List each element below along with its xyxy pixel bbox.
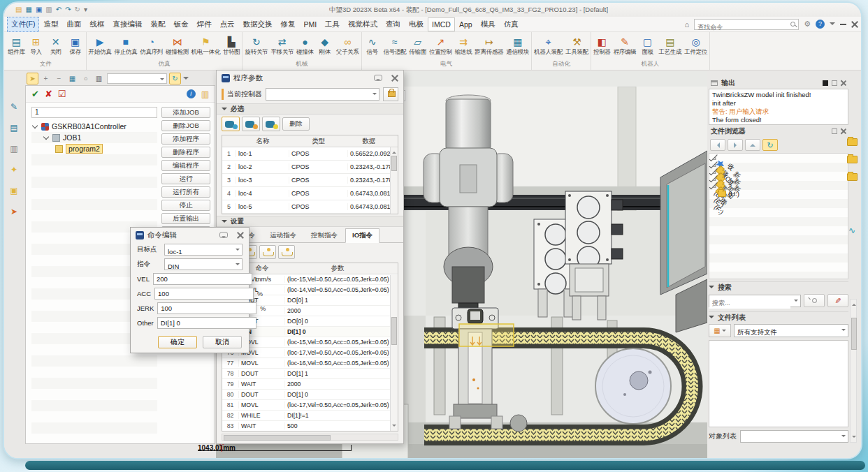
filelist-section-header[interactable]: 文件列表 bbox=[709, 311, 848, 323]
ribbon-button[interactable]: ▢面板 bbox=[637, 36, 657, 57]
document-tool-icon[interactable]: ➤ bbox=[27, 73, 38, 84]
document-tool-icon[interactable]: − bbox=[53, 73, 65, 84]
ribbon-button[interactable]: ▙甘特图 bbox=[222, 36, 242, 57]
dock-tool-icon[interactable]: ▥ bbox=[10, 144, 17, 154]
command-row[interactable]: 80 DOUT DO[1] 0 bbox=[222, 390, 398, 400]
tree-node-job[interactable]: JOB1 bbox=[31, 132, 157, 143]
command-row[interactable]: 82 WHILE DI[1]!=1 bbox=[222, 411, 398, 421]
quick-access-icon[interactable]: ▥ bbox=[45, 6, 52, 14]
menu-tab[interactable]: 线框 bbox=[85, 17, 108, 32]
quick-access-icon[interactable]: ↻ bbox=[75, 6, 80, 14]
menu-tab[interactable]: 电极 bbox=[405, 17, 428, 32]
close-icon[interactable] bbox=[391, 75, 398, 82]
program-action-button[interactable]: 运行所有 bbox=[161, 186, 210, 198]
required-section-header[interactable]: 必选 bbox=[217, 103, 403, 115]
document-tool-icon[interactable]: ▦ bbox=[66, 73, 78, 84]
dock-icon[interactable] bbox=[711, 80, 718, 86]
command-row[interactable]: 78 DOUT DO[1] 1 bbox=[222, 369, 398, 379]
point-row[interactable]: 5 loc-5 CPOS 0.64743,0.081903,1.2325,180… bbox=[222, 200, 398, 214]
ribbon-button[interactable]: ◧控制器 bbox=[592, 36, 612, 57]
ribbon-button[interactable]: ▶开始仿真 bbox=[87, 36, 113, 57]
ribbon-button[interactable]: ↦距离传感器 bbox=[473, 36, 505, 57]
ribbon-button[interactable]: ▣保存 bbox=[66, 36, 85, 57]
ribbon-button[interactable]: ▱传输面 bbox=[407, 36, 428, 57]
menu-tab[interactable]: 文件(F) bbox=[7, 17, 39, 32]
cancel-icon[interactable]: ✘ bbox=[45, 89, 52, 99]
target-point-select[interactable]: loc-1 bbox=[164, 244, 243, 256]
delete-point-button[interactable]: 删除 bbox=[282, 117, 310, 131]
up-button[interactable] bbox=[745, 139, 760, 151]
ribbon-button[interactable]: ∿信号 bbox=[363, 36, 382, 57]
tree-node-controller[interactable]: GSKRB03A1Controller bbox=[31, 121, 157, 132]
menu-tab[interactable]: App bbox=[455, 17, 477, 31]
info-icon[interactable]: i bbox=[187, 89, 196, 98]
ribbon-button[interactable]: ⚑机电一体化 bbox=[190, 36, 222, 57]
parts-folder-icon[interactable] bbox=[847, 156, 858, 163]
command-row[interactable]: 77 MOVL (loc-16,Vel=0.50,Acc=0.05,Jerk=0… bbox=[222, 358, 398, 369]
apply-checkbox-icon[interactable]: ☑ bbox=[58, 89, 66, 99]
ribbon-button[interactable]: ◎工件定位 bbox=[683, 36, 709, 57]
command-row[interactable]: 81 MOVL (loc-17,Vel=0.50,Acc=0.05,Jerk=0… bbox=[222, 400, 398, 411]
ribbon-button[interactable]: ↗位置控制 bbox=[428, 36, 454, 57]
drive-tree[interactable]: 收藏 (C:) 新加卷(D:) bbox=[709, 153, 848, 279]
params-panel-titlebar[interactable]: 程序参数 bbox=[217, 71, 403, 85]
help-icon[interactable]: ? bbox=[816, 20, 825, 29]
object-list-select[interactable] bbox=[740, 430, 848, 443]
chevron-down-icon[interactable] bbox=[830, 22, 835, 28]
menu-tab[interactable]: 钣金 bbox=[169, 17, 192, 32]
menu-tab[interactable]: 曲面 bbox=[62, 17, 85, 32]
menu-tab[interactable]: 视觉样式 bbox=[344, 17, 382, 32]
quick-access-icon[interactable]: ↷ bbox=[65, 6, 71, 14]
comment-icon[interactable] bbox=[219, 232, 228, 238]
ribbon-button[interactable]: ≈信号适配 bbox=[382, 36, 408, 57]
command-search[interactable] bbox=[694, 19, 799, 30]
ribbon-button[interactable]: ▤工艺生成 bbox=[657, 36, 683, 57]
view-mode-button[interactable]: ▦ bbox=[709, 324, 731, 337]
comment-icon[interactable] bbox=[374, 75, 382, 81]
search-input[interactable] bbox=[709, 297, 790, 309]
close-button[interactable] bbox=[851, 21, 858, 28]
confirm-icon[interactable]: ✔ bbox=[31, 89, 39, 99]
forward-button[interactable] bbox=[728, 139, 743, 151]
lock-edit-button[interactable] bbox=[383, 87, 398, 101]
ribbon-button[interactable]: ▦通信模块 bbox=[505, 36, 530, 57]
instruction-tab[interactable]: 控制指令 bbox=[304, 228, 345, 242]
expander-icon[interactable] bbox=[43, 133, 49, 139]
document-tool-icon[interactable]: ▥ bbox=[93, 73, 105, 84]
program-action-button[interactable]: 删除JOB bbox=[161, 120, 210, 131]
settings-section-header[interactable]: 设置 bbox=[217, 216, 403, 227]
io-tool-icon-3[interactable] bbox=[259, 245, 276, 259]
instruction-select[interactable]: DIN bbox=[164, 258, 243, 270]
menu-tab[interactable]: 点云 bbox=[215, 17, 238, 32]
record-special-button[interactable] bbox=[262, 117, 280, 131]
ribbon-button[interactable]: ●碰撞体 bbox=[295, 36, 315, 57]
ribbon-button[interactable]: ⇉输送线 bbox=[454, 36, 474, 57]
point-row[interactable]: 1 loc-1 CPOS 0.56522,0.092954,1.2836,180… bbox=[222, 147, 398, 161]
menu-tab[interactable]: 仿真 bbox=[500, 17, 523, 32]
point-row[interactable]: 2 loc-2 CPOS 0.23243,-0.1781,0.89254,180… bbox=[222, 161, 398, 174]
ribbon-button[interactable]: ⌖机器人装配 bbox=[533, 36, 564, 57]
close-icon[interactable] bbox=[237, 232, 244, 239]
filter-combobox[interactable] bbox=[107, 73, 167, 84]
ribbon-button[interactable]: ∞父子关系 bbox=[335, 36, 361, 57]
quick-access-icon[interactable]: ▤ bbox=[15, 6, 22, 14]
program-action-button[interactable]: 添加JOB bbox=[161, 107, 210, 118]
row-number-cell[interactable]: 1 bbox=[31, 107, 157, 118]
scrollbar[interactable] bbox=[390, 147, 398, 214]
page-icon[interactable]: ▥ bbox=[201, 89, 209, 99]
record-icon[interactable] bbox=[823, 80, 828, 86]
chevron-down-icon[interactable] bbox=[183, 77, 189, 82]
program-action-button[interactable]: 后置输出 bbox=[161, 213, 210, 224]
ok-button[interactable]: 确定 bbox=[158, 336, 197, 348]
menu-tab[interactable]: PMI bbox=[299, 17, 321, 31]
ribbon-button[interactable]: ✕关闭 bbox=[46, 36, 66, 57]
home-icon[interactable]: ⌂ bbox=[684, 20, 689, 29]
output-log[interactable]: TwinBricksZW model init finished!init af… bbox=[709, 89, 848, 125]
menu-tab[interactable]: 装配 bbox=[146, 17, 169, 32]
jerk-input[interactable] bbox=[157, 302, 256, 314]
minimize-button[interactable] bbox=[840, 24, 846, 25]
file-type-filter[interactable]: 所有支持文件 bbox=[734, 324, 848, 337]
menu-tab[interactable]: 模具 bbox=[477, 17, 500, 32]
point-row[interactable]: 3 loc-3 CPOS 0.23243,-0.1781,1.1535,180,… bbox=[222, 174, 398, 187]
menu-tab[interactable]: 直接编辑 bbox=[108, 17, 146, 32]
